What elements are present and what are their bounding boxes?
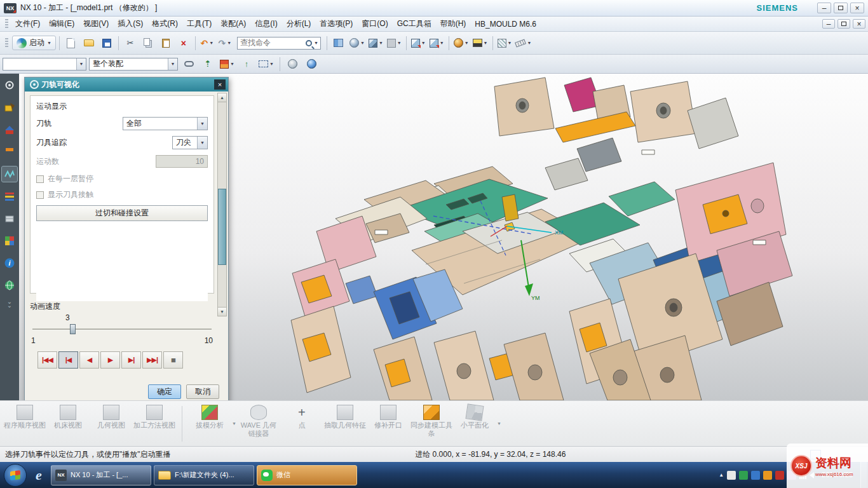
info-button[interactable]: i bbox=[2, 255, 17, 271]
menu-tools[interactable]: 工具(T) bbox=[182, 17, 216, 30]
play-forward-button[interactable]: ▶ bbox=[100, 351, 120, 369]
internet-globe-button[interactable] bbox=[2, 278, 17, 293]
geometry-view-button[interactable]: 几何视图 bbox=[90, 403, 132, 430]
true-shading-button[interactable]: ▼ bbox=[452, 35, 470, 51]
section-button[interactable]: ▼ bbox=[471, 35, 489, 51]
assembly-scope-combo[interactable]: 整个装配 ▼ bbox=[89, 58, 178, 71]
orient-view-2-button[interactable]: ▼ bbox=[428, 35, 445, 51]
graphics-viewport[interactable]: XM YM 刀轨可视化 × ▲ ▼ 运动显示 bbox=[19, 74, 868, 400]
view-cube-button[interactable]: ▼ bbox=[367, 35, 384, 51]
ime-keyboard-icon[interactable] bbox=[727, 471, 736, 480]
background-button[interactable]: ▼ bbox=[386, 35, 403, 51]
wave-geometry-linker-button[interactable]: WAVE 几何链接器 bbox=[238, 403, 280, 437]
layers-button[interactable] bbox=[2, 189, 17, 204]
internet-explorer-button[interactable]: e bbox=[29, 466, 48, 485]
cancel-button[interactable]: 取消 bbox=[186, 384, 219, 399]
snap-grid-button[interactable]: ▼ bbox=[219, 56, 236, 72]
redo-button[interactable]: ↷▼ bbox=[217, 35, 233, 51]
stop-button[interactable]: ■ bbox=[163, 351, 183, 369]
child-minimize-icon[interactable]: – bbox=[822, 19, 835, 29]
slider-track[interactable] bbox=[32, 329, 212, 330]
child-restore-icon[interactable] bbox=[837, 19, 850, 29]
scroll-up-icon[interactable]: ▲ bbox=[218, 93, 226, 102]
motion-count-field[interactable] bbox=[156, 155, 208, 168]
menu-file[interactable]: 文件(F) bbox=[11, 17, 44, 30]
tray-orange-icon[interactable] bbox=[763, 471, 772, 480]
filter-combo[interactable]: ▼ bbox=[3, 58, 86, 71]
menu-edit[interactable]: 编辑(E) bbox=[44, 17, 79, 30]
menu-hb-mould[interactable]: HB_MOULD M6.6 bbox=[470, 18, 541, 30]
hidden-icons-chevron[interactable]: ▲ bbox=[719, 472, 724, 478]
promote-button[interactable]: ↑ bbox=[238, 56, 255, 72]
chevron-down-icon[interactable]: ▼ bbox=[497, 421, 501, 426]
toolbar-grip[interactable] bbox=[5, 19, 8, 29]
close-icon[interactable]: × bbox=[850, 3, 864, 13]
taskbar-nx-button[interactable]: NX NX 10 - 加工 - [_... bbox=[51, 465, 151, 485]
dialog-titlebar[interactable]: 刀轨可视化 × bbox=[25, 78, 228, 92]
scroll-down-icon[interactable]: ▼ bbox=[218, 307, 226, 316]
slider-handle[interactable] bbox=[70, 324, 76, 334]
machine-tool-view-button[interactable]: 机床视图 bbox=[47, 403, 89, 430]
snap-point-button[interactable]: ▼ bbox=[496, 35, 513, 51]
workpiece-button[interactable] bbox=[2, 211, 17, 226]
chevron-down-icon[interactable]: ▼ bbox=[314, 41, 318, 45]
orient-view-button[interactable]: ▼ bbox=[410, 35, 427, 51]
link-button[interactable] bbox=[180, 56, 197, 72]
go-to-end-button[interactable]: ▶▶| bbox=[142, 351, 162, 369]
menu-analysis[interactable]: 分析(L) bbox=[282, 17, 316, 30]
sidebar-overflow-chevrons[interactable]: ⌄⌄ bbox=[7, 300, 12, 308]
render-style-button[interactable]: ▼ bbox=[348, 35, 366, 51]
menu-help[interactable]: 帮助(H) bbox=[436, 17, 471, 30]
taskbar-wechat-button[interactable]: 微信 bbox=[257, 465, 357, 485]
start-button[interactable]: 启动 ▼ bbox=[12, 36, 56, 50]
toolpath-event-list[interactable] bbox=[36, 226, 208, 301]
pause-each-layer-checkbox[interactable] bbox=[36, 175, 44, 183]
dialog-scrollbar[interactable]: ▲ ▼ bbox=[217, 93, 227, 316]
toolpath-visualize-button[interactable] bbox=[2, 166, 17, 182]
menu-format[interactable]: 格式(R) bbox=[147, 17, 182, 30]
menu-insert[interactable]: 插入(S) bbox=[113, 17, 147, 30]
tool-library-button[interactable] bbox=[2, 122, 17, 137]
child-close-icon[interactable]: × bbox=[853, 19, 865, 29]
taskbar-folder-button[interactable]: F:\新建文件夹 (4)... bbox=[154, 465, 254, 485]
point-button[interactable]: + 点 bbox=[281, 403, 323, 430]
draft-analysis-button[interactable]: 拔模分析 bbox=[189, 403, 231, 430]
measure-button[interactable]: ▼ bbox=[514, 35, 532, 51]
search-input[interactable] bbox=[238, 39, 306, 48]
animation-speed-slider[interactable] bbox=[32, 323, 212, 335]
settings-gear-button[interactable] bbox=[2, 78, 17, 93]
tray-blue-icon[interactable] bbox=[751, 471, 760, 480]
play-backward-button[interactable]: ◀ bbox=[79, 351, 99, 369]
minimize-icon[interactable]: – bbox=[817, 3, 831, 13]
show-tool-contact-checkbox[interactable] bbox=[36, 191, 44, 199]
menu-assemblies[interactable]: 装配(A) bbox=[216, 17, 250, 30]
tool-trace-select[interactable]: 刀尖 ▼ bbox=[172, 136, 208, 149]
step-forward-button[interactable]: ▶| bbox=[121, 351, 141, 369]
tray-green-icon[interactable] bbox=[739, 471, 748, 480]
machining-method-view-button[interactable]: 加工方法视图 bbox=[133, 403, 175, 430]
menu-information[interactable]: 信息(I) bbox=[250, 17, 281, 30]
undo-button[interactable]: ↶▼ bbox=[199, 35, 215, 51]
toolbar-grip[interactable] bbox=[5, 38, 8, 48]
material-button[interactable] bbox=[304, 56, 320, 72]
window-layout-button[interactable] bbox=[330, 35, 347, 51]
open-file-button[interactable] bbox=[81, 35, 97, 51]
toolpath-select[interactable]: 全部 ▼ bbox=[123, 117, 208, 130]
restore-icon[interactable] bbox=[834, 3, 848, 13]
search-icon[interactable] bbox=[306, 40, 312, 46]
program-order-view-button[interactable]: 程序顺序视图 bbox=[4, 403, 46, 430]
gouge-collision-settings-button[interactable]: 过切和碰撞设置 bbox=[36, 205, 208, 221]
scrollbar-thumb[interactable] bbox=[218, 189, 226, 265]
tray-red-icon[interactable] bbox=[775, 471, 784, 480]
new-file-button[interactable] bbox=[63, 35, 79, 51]
paste-button[interactable] bbox=[158, 35, 174, 51]
step-back-button[interactable]: |◀ bbox=[58, 351, 78, 369]
ok-button[interactable]: 确定 bbox=[148, 384, 181, 399]
color-pattern-button[interactable] bbox=[2, 233, 17, 248]
cut-button[interactable]: ✂ bbox=[122, 35, 139, 51]
show-hide-button[interactable] bbox=[285, 56, 301, 72]
start-orb-button[interactable] bbox=[4, 464, 27, 487]
menu-view[interactable]: 视图(V) bbox=[79, 17, 113, 30]
extract-geometry-button[interactable]: 抽取几何特征 bbox=[324, 403, 366, 430]
patch-openings-button[interactable]: 修补开口 bbox=[367, 403, 409, 430]
